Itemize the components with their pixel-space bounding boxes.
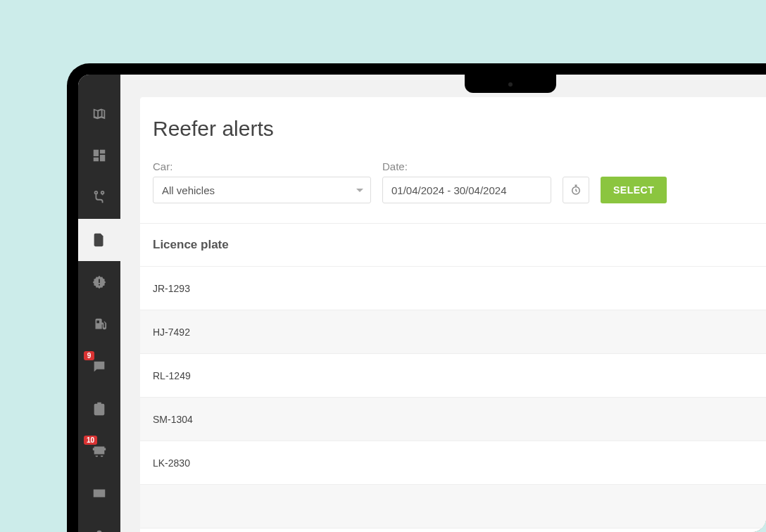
sidebar-item-map[interactable]: [78, 92, 120, 134]
car-filter-group: Car: All vehicles: [153, 160, 371, 203]
sidebar-item-dashboard[interactable]: [78, 134, 120, 177]
table-row[interactable]: LK-2830 27/04/2024 23:32: [140, 441, 766, 485]
chat-icon: [92, 359, 107, 374]
alert-icon: [92, 274, 107, 290]
alerts-table: Licence plate Date JR-1293 27/04/2024 23…: [140, 223, 766, 528]
sidebar-item-documents[interactable]: [78, 219, 120, 261]
car-filter-label: Car:: [153, 160, 371, 172]
bus-icon: [92, 443, 107, 459]
sidebar: 9 10: [78, 75, 120, 532]
device-notch: [465, 75, 556, 93]
date-range-value: 01/04/2024 - 30/04/2024: [391, 184, 506, 196]
sidebar-item-card[interactable]: [78, 472, 120, 514]
clock-icon: [570, 184, 582, 196]
date-filter-group: Date: 01/04/2024 - 30/04/2024: [382, 160, 551, 203]
date-range-input[interactable]: 01/04/2024 - 30/04/2024: [382, 177, 551, 203]
device-frame: 9 10 Reefer alerts Car:: [67, 63, 766, 532]
user-icon: [92, 528, 107, 532]
cell-plate: JR-1293: [140, 283, 766, 294]
select-button[interactable]: SELECT: [601, 177, 667, 203]
sidebar-item-fuel[interactable]: [78, 303, 120, 346]
card-icon: [92, 486, 107, 501]
table-row[interactable]: JR-1293 27/04/2024 23:36: [140, 267, 766, 310]
chat-badge: 9: [84, 351, 94, 360]
sidebar-item-alerts[interactable]: [78, 261, 120, 303]
dashboard-icon: [92, 148, 107, 163]
fuel-icon: [92, 317, 107, 332]
route-icon: [92, 190, 107, 205]
cell-plate: SM-1304: [140, 414, 766, 425]
table-row[interactable]: HJ-7492 27/04/2024 23:35: [140, 310, 766, 354]
chevron-down-icon: [356, 189, 363, 192]
sidebar-item-chat[interactable]: 9: [78, 346, 120, 388]
page-title: Reefer alerts: [140, 97, 766, 160]
document-icon: [92, 232, 107, 248]
sidebar-item-bus[interactable]: 10: [78, 430, 120, 472]
date-filter-label: Date:: [382, 160, 551, 172]
map-icon: [92, 106, 107, 121]
car-select[interactable]: All vehicles: [153, 177, 371, 203]
cell-plate: RL-1249: [140, 370, 766, 381]
sidebar-item-route[interactable]: [78, 177, 120, 219]
time-button[interactable]: [563, 177, 589, 203]
table-header-row: Licence plate Date: [140, 223, 766, 267]
sidebar-item-account[interactable]: [78, 514, 120, 532]
clipboard-icon: [92, 401, 107, 417]
content-card: Reefer alerts Car: All vehicles Date: 01…: [140, 97, 766, 532]
screen: 9 10 Reefer alerts Car:: [78, 75, 766, 532]
bus-badge: 10: [84, 436, 97, 445]
table-row[interactable]: [140, 485, 766, 528]
table-row[interactable]: RL-1249 27/04/2024 23:35: [140, 354, 766, 398]
main-content: Reefer alerts Car: All vehicles Date: 01…: [120, 75, 766, 532]
cell-plate: LK-2830: [140, 457, 766, 469]
car-select-value: All vehicles: [162, 184, 215, 196]
header-licence-plate[interactable]: Licence plate: [140, 224, 766, 266]
sidebar-item-clipboard[interactable]: [78, 388, 120, 430]
table-row[interactable]: SM-1304 27/04/2024 23:35: [140, 398, 766, 441]
cell-plate: HJ-7492: [140, 327, 766, 338]
filter-bar: Car: All vehicles Date: 01/04/2024 - 30/…: [140, 160, 766, 223]
